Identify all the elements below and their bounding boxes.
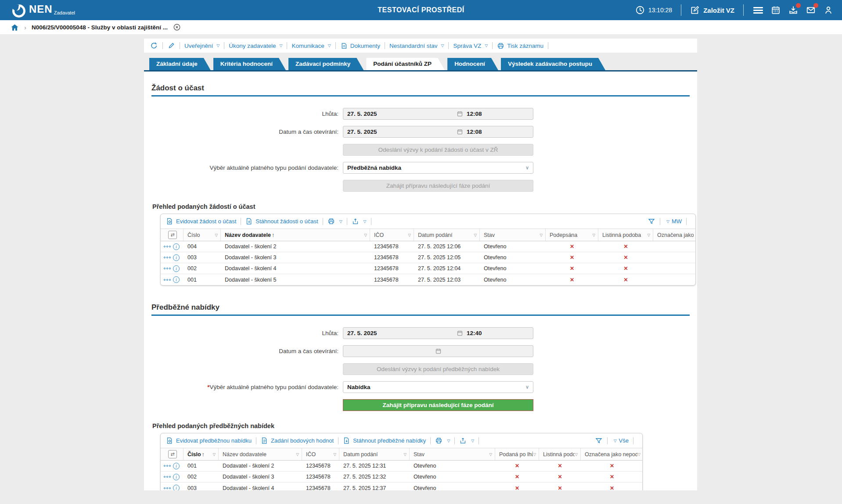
zadani-bodovych-hodnot-button[interactable]: Zadání bodových hodnot xyxy=(261,437,334,444)
filter-icon[interactable] xyxy=(648,218,655,225)
info-icon[interactable]: i xyxy=(173,485,180,490)
breadcrumb-item[interactable]: N006/25/V00005048 - Služby v oblasti zaj… xyxy=(32,24,168,31)
edit-record-icon[interactable] xyxy=(167,42,175,50)
column-filter-icon[interactable]: ▽ xyxy=(296,452,299,457)
column-filter-icon[interactable]: ▽ xyxy=(408,233,411,237)
table-row[interactable]: i 002 Dodavatel - školení 4 12345678 27.… xyxy=(161,263,695,274)
send-request-button[interactable]: Odeslání výzvy k podání žádosti o účast … xyxy=(343,144,533,156)
lhuta-datetime-field[interactable]: 27. 5. 2025 12:40 xyxy=(343,327,533,339)
tab-zakladni-udaje[interactable]: Základní údaje xyxy=(149,58,211,70)
info-icon[interactable]: i xyxy=(173,254,180,261)
col-oznacena[interactable]: Označena jako nepodaná▽ xyxy=(581,448,643,460)
evidovat-nabidku-button[interactable]: Evidovat předběžnou nabídku xyxy=(166,437,252,444)
info-icon[interactable]: i xyxy=(173,276,180,283)
tab-podani-ucastniku[interactable]: Podání účastníků ZP xyxy=(366,58,445,70)
tab-kriteria-hodnoceni[interactable]: Kritéria hodnocení xyxy=(213,58,286,70)
row-menu-icon[interactable] xyxy=(164,279,171,281)
col-listinna[interactable]: Listinná podoba▽ xyxy=(598,229,653,241)
stahnout-nabidky-button[interactable]: Stáhnout předběžné nabídky xyxy=(343,437,426,444)
row-menu-icon[interactable] xyxy=(164,257,171,258)
tab-zadavaci-podminky[interactable]: Zadávací podmínky xyxy=(288,58,363,70)
column-filter-icon[interactable]: ▽ xyxy=(540,233,543,237)
info-icon[interactable]: i xyxy=(173,463,180,469)
create-vz-button[interactable]: Založit VZ xyxy=(690,5,734,15)
row-menu-icon[interactable] xyxy=(164,246,171,247)
start-next-phase-button[interactable]: Zahájit přípravu následující fáze podání xyxy=(343,399,533,411)
nen-logo[interactable]: NEN Zadavatel xyxy=(12,3,75,18)
send-request-button[interactable]: Odeslání výzvy k podání předběžných nabí… xyxy=(343,363,533,375)
column-filter-icon[interactable]: ▽ xyxy=(575,452,578,457)
user-button[interactable] xyxy=(823,4,834,16)
oteviranidatum-field[interactable] xyxy=(343,345,533,357)
column-filter-icon[interactable]: ▽ xyxy=(364,233,367,237)
column-filter-icon[interactable]: ▽ xyxy=(592,233,595,237)
chevron-down-icon[interactable]: ▽ xyxy=(614,439,617,443)
lhuta-datetime-field[interactable]: 27. 5. 2025 12:08 xyxy=(343,108,533,120)
menu-ukony-zadavatele[interactable]: Úkony zadavatele▽ xyxy=(229,43,282,49)
col-datum[interactable]: Datum podání▽ xyxy=(339,448,410,460)
oteviranidatum-field[interactable]: 27. 5. 2025 12:08 xyxy=(343,126,533,138)
row-menu-icon[interactable] xyxy=(164,465,171,467)
row-menu-icon[interactable] xyxy=(164,268,171,269)
submission-type-select[interactable]: Předběžná nabídka ∨ xyxy=(343,162,533,174)
tab-vysledek[interactable]: Výsledek zadávacího postupu xyxy=(501,58,605,70)
col-listinna[interactable]: Listinná podoba▽ xyxy=(539,448,581,460)
row-menu-icon[interactable] xyxy=(164,487,171,489)
col-stav[interactable]: Stav▽ xyxy=(480,229,546,241)
menu-button[interactable] xyxy=(752,4,764,16)
close-tab-icon[interactable] xyxy=(173,23,181,31)
table-row[interactable]: i 004 Dodavatel - školení 2 12345678 27.… xyxy=(161,241,695,252)
chevron-down-icon[interactable]: ▽ xyxy=(666,219,669,224)
info-icon[interactable]: i xyxy=(173,265,180,272)
col-ico[interactable]: IČO▽ xyxy=(302,448,339,460)
col-ico[interactable]: IČO▽ xyxy=(370,229,414,241)
row-menu-icon[interactable] xyxy=(164,476,171,478)
col-podana-po-lhute[interactable]: Podaná po lhůtě▽ xyxy=(495,448,539,460)
print-table-button[interactable]: ▽ xyxy=(327,218,342,225)
column-filter-icon[interactable]: ▽ xyxy=(533,452,536,457)
table-row[interactable]: i 001 Dodavatel - školení 5 12345678 27.… xyxy=(161,274,695,285)
menu-tisk-zaznamu[interactable]: Tisk záznamu xyxy=(497,42,543,50)
column-filter-icon[interactable]: ▽ xyxy=(489,452,492,457)
view-selector[interactable]: MW xyxy=(672,218,682,225)
column-filter-icon[interactable]: ▽ xyxy=(212,452,216,457)
col-nazev[interactable]: Název dodavatele↑▽ xyxy=(221,229,370,241)
inbox-button[interactable] xyxy=(788,4,799,16)
submission-type-select[interactable]: Nabídka ∨ xyxy=(343,381,533,393)
info-icon[interactable]: i xyxy=(173,243,180,250)
grid-settings-icon[interactable]: ⇄ xyxy=(168,231,177,239)
column-filter-icon[interactable]: ▽ xyxy=(647,233,650,237)
column-filter-icon[interactable]: ▽ xyxy=(403,452,407,457)
col-podepsana[interactable]: Podepsána▽ xyxy=(546,229,598,241)
column-filter-icon[interactable]: ▽ xyxy=(333,452,336,457)
start-next-phase-button[interactable]: Zahájit přípravu následující fáze podání xyxy=(343,180,533,192)
menu-uverejneni[interactable]: Uveřejnění▽ xyxy=(184,43,219,49)
column-filter-icon[interactable]: ▽ xyxy=(215,233,218,237)
table-row[interactable]: i 002 Dodavatel - školení 3 12345678 27.… xyxy=(161,472,642,483)
column-filter-icon[interactable]: ▽ xyxy=(637,452,640,457)
calendar-button[interactable] xyxy=(770,4,781,16)
info-icon[interactable]: i xyxy=(173,474,180,480)
table-row[interactable]: i 003 Dodavatel - školení 3 12345678 27.… xyxy=(161,252,695,263)
col-cislo[interactable]: Číslo▽ xyxy=(184,229,221,241)
export-table-button[interactable]: ▽ xyxy=(459,437,474,444)
home-icon[interactable] xyxy=(11,23,19,32)
col-oznacena[interactable]: Označena jako nepodaná xyxy=(653,229,696,241)
grid-settings-icon[interactable]: ⇄ xyxy=(168,450,177,458)
table-row[interactable]: i 003 Dodavatel - školení 4 12345678 27.… xyxy=(161,483,642,490)
filter-icon[interactable] xyxy=(595,437,603,445)
column-filter-icon[interactable]: ▽ xyxy=(474,233,477,237)
messages-button[interactable] xyxy=(805,4,817,16)
col-stav[interactable]: Stav▽ xyxy=(410,448,495,460)
stahnout-zadosti-button[interactable]: Stáhnout žádosti o účast xyxy=(245,218,318,225)
col-nazev[interactable]: Název dodavatele▽ xyxy=(219,448,302,460)
menu-nestandardni-stav[interactable]: Nestandardní stav▽ xyxy=(389,43,444,49)
export-table-button[interactable]: ▽ xyxy=(352,218,367,225)
evidovat-zadost-button[interactable]: Evidovat žádost o účast xyxy=(166,218,236,225)
menu-sprava-vz[interactable]: Správa VZ▽ xyxy=(453,43,488,49)
view-selector[interactable]: Vše xyxy=(619,437,629,444)
refresh-icon[interactable] xyxy=(150,42,158,50)
tab-hodnoceni[interactable]: Hodnocení xyxy=(447,58,498,70)
col-cislo[interactable]: Číslo↑▽ xyxy=(184,448,219,460)
menu-dokumenty[interactable]: Dokumenty xyxy=(340,42,380,50)
